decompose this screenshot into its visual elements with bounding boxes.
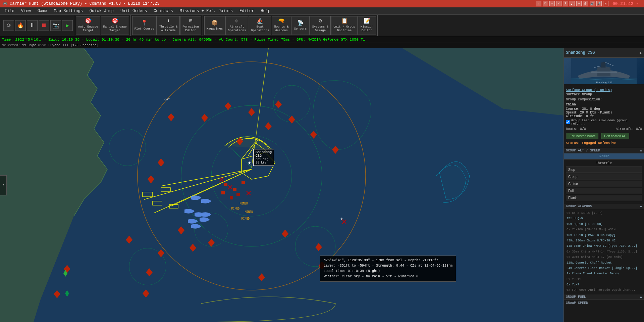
group-lead-row[interactable]: Group Lead can slow down (group refor... (566, 118, 642, 126)
pencil-icon[interactable]: ✏ (536, 1, 541, 6)
fire-btn[interactable]: 🔥 (15, 20, 26, 31)
weapon-item-2[interactable]: 15x HQ-10 [PL-9000N] (566, 222, 642, 227)
speed-full-button[interactable]: Full (566, 188, 642, 194)
weapon-item-9[interactable]: 128x Generic Chaff Rocket (566, 260, 642, 266)
edit-boats-button[interactable]: Edit hosted boats (567, 133, 598, 139)
svg-rect-55 (233, 188, 236, 191)
close-button[interactable]: ✕ (603, 1, 608, 6)
main-content: MINED MINED MINED MINED (0, 48, 644, 322)
throttle-label: Throttle (566, 162, 642, 165)
svg-rect-68 (591, 72, 617, 73)
auto-engage-icon: 🎯 (85, 18, 92, 25)
play-btn[interactable]: ▶ (62, 20, 73, 31)
menu-help[interactable]: Help (257, 8, 274, 14)
plot-course-icon: 📍 (141, 20, 148, 27)
menu-missions[interactable]: Missions + Ref. Points (176, 8, 236, 14)
weapon-item-3[interactable]: 0x YJ-100 [CF-10A Mod] ASCM (566, 227, 642, 232)
manual-engage-button[interactable]: 🎯 Manual Engage Target (101, 16, 129, 35)
menu-file[interactable]: File (1, 8, 18, 14)
refresh-btn[interactable]: ⟳ (3, 20, 14, 31)
menu-contacts[interactable]: Contacts (150, 8, 176, 14)
pause-btn[interactable]: ⏸ (27, 20, 38, 31)
collapse-arrow[interactable]: ▶ (640, 51, 642, 55)
title-bar-controls[interactable]: ✏ □ ○ / A 🖌 ↩ 🗑 🔊 🎤 ✕ 00:21:42 ⚡ (536, 1, 641, 6)
group-weapons-header[interactable]: GROUP WEAPONS ▲ (564, 204, 644, 209)
menu-view[interactable]: View (18, 8, 34, 14)
menu-editor[interactable]: Editor (236, 8, 257, 14)
rect-icon[interactable]: □ (543, 1, 548, 6)
weapons-group: 📦 Magazines ✈ Aircraft Operations ⛵ Boat… (204, 15, 378, 36)
mission-editor-button[interactable]: 📝 Mission Editor (358, 16, 376, 35)
svg-rect-58 (230, 196, 233, 199)
weapon-item-5[interactable]: 439x 130mm China H/PJ-38 HE (566, 238, 642, 243)
sensors-button[interactable]: 📡 Sensors (291, 16, 310, 35)
speed-stop-button[interactable]: Stop (566, 167, 642, 173)
speed-plank-button[interactable]: Plank (566, 195, 642, 201)
tab-group[interactable]: GROUP (564, 153, 644, 159)
boat-ops-button[interactable]: ⛵ Boat Operations (249, 16, 271, 35)
camera-btn[interactable]: 📷 (50, 20, 61, 31)
weapon-item-13[interactable]: 6x Yu-7 (566, 282, 642, 287)
weapon-item-0[interactable]: 0x CY-3 ASROC [Yu-7] (566, 211, 642, 216)
menu-game[interactable]: Game (34, 8, 51, 14)
throttle-icon: ⬆ (167, 18, 170, 25)
throttle-altitude-button[interactable]: ⬆ Throttle & Altitude (157, 16, 180, 35)
systems-icon: ⚙ (319, 18, 322, 25)
altitude-value: Altitude: 0 ft (566, 114, 642, 118)
delete-icon[interactable]: 🗑 (583, 1, 588, 6)
magazines-button[interactable]: 📦 Magazines (204, 16, 225, 35)
formation-editor-button[interactable]: ⊞ Formation Editor (180, 16, 201, 35)
line-icon[interactable]: / (556, 1, 561, 6)
speed-creep-button[interactable]: Creep (566, 174, 642, 180)
brush-icon[interactable]: 🖌 (570, 1, 575, 6)
mounts-weapons-button[interactable]: 🔫 Mounts & Weapons (272, 16, 291, 35)
menu-unit-orders[interactable]: Unit Orders (117, 8, 150, 14)
map-area[interactable]: MINED MINED MINED MINED (0, 48, 564, 322)
svg-text:MINED: MINED (240, 202, 248, 205)
unit-doctrine-button[interactable]: 📋 Unit / Group Doctrine (331, 16, 358, 35)
selected-label: Selected: (2, 44, 20, 47)
aircraft-icon: ✈ (235, 18, 238, 25)
text-icon[interactable]: A (563, 1, 568, 6)
magazines-icon: 📦 (211, 20, 218, 27)
weapon-item-6[interactable]: 14x 30mm China H/PJ-12 [Type 730, 2...] (566, 243, 642, 249)
group-type[interactable]: Surface Group (1 units) (566, 88, 642, 92)
weapon-item-14[interactable]: 0x FQF-6000 Anti-Torpedo Depth Char... (566, 287, 642, 293)
auto-engage-button[interactable]: 🎯 Auto Engage Target (76, 16, 100, 35)
undo-icon[interactable]: ↩ (576, 1, 582, 6)
map-svg[interactable]: MINED MINED MINED MINED (0, 48, 564, 322)
selected-unit: 1x Type 052D Luyang III [178 Changsha] (22, 44, 99, 47)
status-text: Time: 2022年5月10日 - Zulu: 16:10:39 - Loca… (2, 37, 365, 42)
status-badge: Status: Engaged Defensive (566, 141, 642, 145)
weapon-item-12[interactable]: 0x Yu-11 (566, 277, 642, 282)
menu-map-settings[interactable]: Map Settings (50, 8, 86, 14)
sensors-icon: 📡 (297, 20, 304, 27)
group-alt-speed-header[interactable]: GROUP ALT / SPEED ▲ (564, 148, 644, 153)
weapon-item-7[interactable]: 0x 30mm China H/PJ-14 [Type 1130, S...] (566, 249, 642, 255)
volume-icon[interactable]: 🔊 (590, 1, 595, 6)
systems-damage-button[interactable]: ⚙ Systems & Damage (310, 16, 331, 35)
stop-btn[interactable]: ⏹ (39, 20, 49, 31)
circle-icon[interactable]: ○ (549, 1, 555, 6)
title-text: Carrier Hunt (Standalone Play) - Command… (10, 1, 159, 6)
nav-left-arrow[interactable]: ‹ (0, 175, 7, 195)
formation-icon: ⊞ (189, 18, 193, 25)
aircraft-ops-button[interactable]: ✈ Aircraft Operations (225, 16, 248, 35)
speed-cruise-button[interactable]: Cruise (566, 181, 642, 187)
weapon-item-10[interactable]: 64x Generic Flare Rocket [Single Sp...] (566, 266, 642, 271)
menu-quick-jump[interactable]: Quick Jump (86, 8, 117, 14)
weapon-item-1[interactable]: 15x HHQ-9 (566, 216, 642, 221)
plot-course-button[interactable]: 📍 Plot Course (132, 16, 157, 35)
toolbar: ⟳ 🔥 ⏸ ⏹ 📷 ▶ 🎯 Auto Engage Target 🎯 Manua… (0, 15, 644, 36)
group-fuel-header[interactable]: GROUP FUEL ▲ (564, 294, 644, 300)
weapon-item-8[interactable]: 0x 30mm China H/PJ-17 [20 rnds] (566, 255, 642, 260)
unit-header-section: Shandong CSG ▶ (564, 48, 644, 57)
aircraft-label: Aircraft: 0/0 (616, 127, 642, 131)
edit-ac-button[interactable]: Edit hosted AC (601, 133, 629, 139)
weapon-item-4[interactable]: 16x YJ-18 [3M54E Klub Copy] (566, 233, 642, 238)
group-lead-checkbox[interactable] (566, 120, 570, 124)
weapon-item-11[interactable]: 2x China Towed Acoustic Decoy (566, 271, 642, 276)
mic-icon[interactable]: 🎤 (596, 1, 602, 6)
title-bar: 🎮 Carrier Hunt (Standalone Play) - Comma… (0, 0, 644, 7)
nav-group: 📍 Plot Course ⬆ Throttle & Altitude ⊞ Fo… (132, 15, 203, 36)
